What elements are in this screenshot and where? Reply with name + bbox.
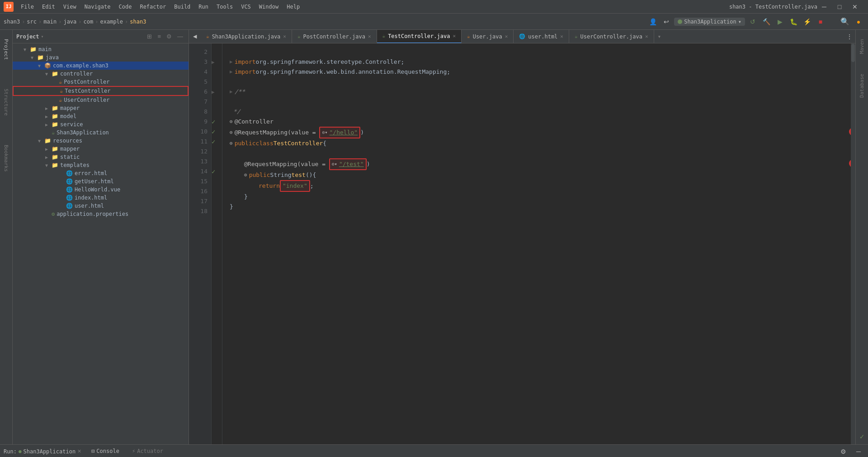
breadcrumb-com[interactable]: com xyxy=(84,19,94,25)
sidebar-collapse-btn[interactable]: ≡ xyxy=(156,32,163,41)
left-tab-project[interactable]: Project xyxy=(0,33,12,65)
toolbar-profile-btn[interactable]: 👤 xyxy=(647,16,659,28)
tree-item-shan3app[interactable]: ▶ ☕ Shan3Application xyxy=(13,129,189,137)
menu-tools[interactable]: Tools xyxy=(213,3,236,11)
menu-refactor[interactable]: Refactor xyxy=(136,3,170,11)
tab-close-post[interactable]: ✕ xyxy=(368,33,371,39)
close-button[interactable]: ✕ xyxy=(849,1,861,13)
tab-close-userhtml[interactable]: ✕ xyxy=(560,33,563,39)
fold-icon[interactable]: ▶ xyxy=(212,89,215,95)
run-config-selector[interactable]: Shan3Application ▾ xyxy=(674,18,745,26)
html-icon-getuser: 🌐 xyxy=(66,178,73,185)
tree-item-service[interactable]: ▶ 📁 service xyxy=(13,120,189,129)
toolbar-back-btn[interactable]: ↩ xyxy=(660,16,672,28)
run-settings-btn[interactable]: ⚙ xyxy=(837,446,849,457)
tab-testcont[interactable]: ☕ TestController.java ✕ xyxy=(377,30,462,43)
refresh-btn[interactable]: ↺ xyxy=(747,16,759,28)
tree-item-user-html[interactable]: ▶ 🌐 user.html xyxy=(13,202,189,210)
breadcrumb-shan3-pkg[interactable]: shan3 xyxy=(130,19,146,25)
tree-item-res-mapper[interactable]: ▶ 📁 mapper xyxy=(13,145,189,153)
tree-item-usercont[interactable]: ▶ ☕ UserController xyxy=(13,96,189,104)
menu-help[interactable]: Help xyxy=(283,3,303,11)
search-btn[interactable]: 🔍 xyxy=(839,16,851,28)
breadcrumb-example[interactable]: example xyxy=(100,19,123,25)
run-tab-console[interactable]: ⊡ Console xyxy=(85,445,126,457)
tree-item-testcont[interactable]: ▶ ☕ TestController xyxy=(13,86,189,96)
menu-code[interactable]: Code xyxy=(115,3,136,11)
breadcrumb-java[interactable]: java xyxy=(63,19,76,25)
menu-edit[interactable]: Edit xyxy=(38,3,59,11)
java-icon: ☕ xyxy=(297,33,301,39)
tree-item-mapper[interactable]: ▶ 📁 mapper xyxy=(13,104,189,112)
tree-item-controller[interactable]: ▼ 📁 controller xyxy=(13,70,189,78)
tree-item-helloworld[interactable]: ▶ 🌐 HelloWorld.vue xyxy=(13,186,189,194)
left-tab-structure[interactable]: Structure xyxy=(0,83,12,121)
line-num: 2 xyxy=(189,47,208,57)
tabs-more-btn[interactable]: ▾ xyxy=(654,33,665,40)
scrollbar-thumb[interactable] xyxy=(851,44,855,62)
run-tab-actuator[interactable]: ⚡ Actuator xyxy=(126,445,170,457)
tab-scroll-left[interactable]: ◀ xyxy=(189,31,201,43)
tab-close-test[interactable]: ✕ xyxy=(453,33,456,39)
tab-shan3app[interactable]: ☕ Shan3Application.java ✕ xyxy=(201,30,292,43)
tree-item-java[interactable]: ▼ 📁 java xyxy=(13,53,189,62)
debug-btn[interactable]: 🐛 xyxy=(788,16,799,28)
breadcrumb-main[interactable]: main xyxy=(43,19,57,25)
stop-btn[interactable]: ■ xyxy=(815,16,826,28)
menu-navigate[interactable]: Navigate xyxy=(81,3,114,11)
app-logo[interactable]: IJ xyxy=(4,2,14,12)
editor-scrollbar[interactable] xyxy=(851,43,855,444)
menu-file[interactable]: File xyxy=(17,3,38,11)
tab-user[interactable]: ☕ User.java ✕ xyxy=(462,30,514,43)
package-icon: 📦 xyxy=(44,62,51,69)
tab-label-shan3: Shan3Application.java xyxy=(212,33,281,40)
tab-userhtml[interactable]: 🌐 user.html ✕ xyxy=(514,30,569,43)
import-kw: import xyxy=(235,57,256,67)
tree-label-java: java xyxy=(46,54,59,61)
right-tab-database[interactable]: Database xyxy=(856,68,868,103)
tab-close-shan3[interactable]: ✕ xyxy=(283,33,286,39)
annotation-reqmap2: @RequestMapping(value = xyxy=(244,159,329,169)
run-minimize-btn[interactable]: ─ xyxy=(853,446,864,457)
tree-item-resources[interactable]: ▼ 📁 resources xyxy=(13,137,189,145)
tab-postcont[interactable]: ☕ PostController.java ✕ xyxy=(292,30,377,43)
menu-view[interactable]: View xyxy=(60,3,80,11)
breadcrumb-shan3[interactable]: shan3 xyxy=(4,19,20,25)
run-btn[interactable]: ▶ xyxy=(774,16,786,28)
menu-vcs[interactable]: VCS xyxy=(237,3,255,11)
run-tabs: ⊡ Console ⚡ Actuator xyxy=(85,445,170,457)
tab-close-user[interactable]: ✕ xyxy=(505,33,508,39)
user-btn[interactable]: ● xyxy=(853,16,864,28)
tree-item-static[interactable]: ▶ 📁 static xyxy=(13,153,189,161)
tab-usercont[interactable]: ☕ UserController.java ✕ xyxy=(569,30,654,43)
tree-item-appprop[interactable]: ▶ ⚙ application.properties xyxy=(13,210,189,218)
menu-run[interactable]: Run xyxy=(195,3,212,11)
sidebar-close-btn[interactable]: — xyxy=(175,32,185,41)
sidebar-layout-btn[interactable]: ⊞ xyxy=(145,32,154,41)
tree-item-postcont[interactable]: ▶ ☕ PostController xyxy=(13,78,189,86)
minimize-button[interactable]: ─ xyxy=(818,1,830,13)
build-btn[interactable]: 🔨 xyxy=(760,16,772,28)
tree-item-index[interactable]: ▶ 🌐 index.html xyxy=(13,194,189,202)
maximize-button[interactable]: □ xyxy=(834,1,845,13)
left-tab-bookmarks[interactable]: Bookmarks xyxy=(0,139,12,177)
tree-item-error[interactable]: ▶ 🌐 error.html xyxy=(13,169,189,177)
fold-icon[interactable]: ▶ xyxy=(212,59,215,65)
line-num: 9 xyxy=(189,117,208,127)
tab-close-usercont[interactable]: ✕ xyxy=(645,33,648,39)
sidebar-settings-btn[interactable]: ⚙ xyxy=(165,32,174,41)
code-content-area[interactable]: ▶ import org.springframework.stereotype.… xyxy=(222,43,851,444)
menu-build[interactable]: Build xyxy=(170,3,194,11)
breadcrumb-src[interactable]: src xyxy=(27,19,37,25)
tree-item-package[interactable]: ▼ 📦 com.example.shan3 xyxy=(13,62,189,70)
tree-item-getuser[interactable]: ▶ 🌐 getUser.html xyxy=(13,177,189,186)
tree-item-templates[interactable]: ▼ 📁 templates xyxy=(13,161,189,169)
tab-menu-btn[interactable]: ⋮ xyxy=(844,31,855,43)
run-close-btn[interactable]: ✕ xyxy=(77,448,81,454)
tree-item-main[interactable]: ▼ 📁 main xyxy=(13,45,189,53)
tree-item-model[interactable]: ▶ 📁 model xyxy=(13,112,189,120)
right-tab-maven[interactable]: Maven xyxy=(856,33,868,59)
coverage-btn[interactable]: ⚡ xyxy=(801,16,813,28)
folder-icon-static: 📁 xyxy=(52,154,58,160)
menu-window[interactable]: Window xyxy=(255,3,282,11)
